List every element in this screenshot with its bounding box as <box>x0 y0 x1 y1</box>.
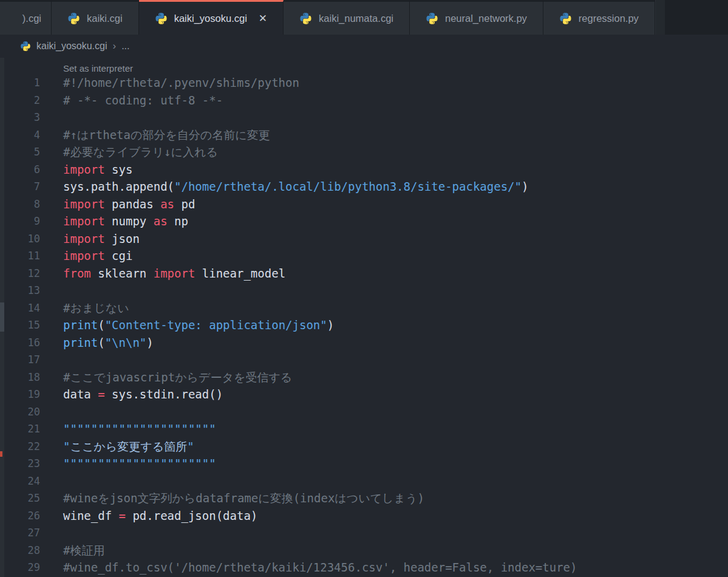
line-number: 9 <box>4 213 40 230</box>
code-text: import json <box>63 230 140 248</box>
code-token: as <box>160 197 174 211</box>
code-text: # -*- coding: utf-8 -*- <box>63 92 223 109</box>
code-token: np <box>168 214 188 228</box>
scrollbar-thumb[interactable] <box>0 302 4 332</box>
code-token: " <box>187 440 194 453</box>
code-text: """""""""""""""""""""" <box>63 455 216 473</box>
code-line[interactable]: 1#!/home/rtheta/.pyenv/shims/python <box>4 74 728 92</box>
code-token: sys <box>105 163 133 176</box>
code-line[interactable]: 18#ここでjavascriptからデータを受信する <box>4 369 728 386</box>
tab-neural_network.py[interactable]: neural_network.py <box>410 0 543 35</box>
code-line[interactable]: 25#wineをjson文字列からdataframeに変換(indexはついてし… <box>4 490 728 507</box>
code-token: #ここでjavascriptからデータを受信する <box>63 370 292 384</box>
code-line[interactable]: 9import numpy as np <box>4 213 728 230</box>
code-token: pandas <box>105 197 161 211</box>
line-number: 7 <box>4 178 40 196</box>
code-text: wine_df = pd.read_json(data) <box>63 507 257 525</box>
code-token: "\n\n" <box>105 336 147 349</box>
code-line[interactable]: 24 <box>4 473 728 490</box>
line-number: 18 <box>4 369 40 386</box>
line-number: 25 <box>4 490 40 507</box>
code-line[interactable]: 8import pandas as pd <box>4 196 728 213</box>
tab-regression.py[interactable]: regression.py <box>543 0 655 35</box>
code-line[interactable]: 28#検証用 <box>4 542 728 559</box>
code-text: #↑はrthetaの部分を自分の名前に変更 <box>63 126 270 144</box>
code-line[interactable]: 14#おまじない <box>4 299 728 317</box>
code-editor[interactable]: Set as interpreter 1#!/home/rtheta/.pyen… <box>4 58 728 577</box>
code-line[interactable]: 2# -*- coding: utf-8 -*- <box>4 92 728 109</box>
code-token: pd.read_json(data) <box>126 509 257 522</box>
code-line[interactable]: 5#必要なライブラリ↓に入れる <box>4 143 728 161</box>
code-line[interactable]: 15print("Content-type: application/json"… <box>4 316 728 334</box>
line-number: 19 <box>4 386 40 403</box>
tab-label: kaiki.cgi <box>87 13 123 24</box>
line-number: 26 <box>4 507 40 525</box>
line-number: 16 <box>4 334 40 352</box>
code-text: #検証用 <box>63 542 104 559</box>
code-token: #!/home/rtheta/.pyenv/shims/python <box>63 76 299 89</box>
tab-bar: ).cgikaiki.cgikaiki_yosoku.cgi✕kaiki_num… <box>0 0 728 35</box>
code-text: """""""""""""""""""""" <box>63 420 216 438</box>
line-number: 10 <box>4 230 40 248</box>
code-token: print <box>63 318 98 332</box>
code-token: import <box>63 214 105 228</box>
line-number: 5 <box>4 143 40 161</box>
code-text: import sys <box>63 161 132 179</box>
code-text: print("\n\n") <box>63 334 154 352</box>
tab-kaiki_yosoku.cgi[interactable]: kaiki_yosoku.cgi✕ <box>139 0 284 35</box>
breadcrumb-more[interactable]: ... <box>121 41 129 52</box>
code-line[interactable]: 26wine_df = pd.read_json(data) <box>4 507 728 525</box>
code-text: import cgi <box>63 247 132 265</box>
code-line[interactable]: 29#wine_df.to_csv('/home/rtheta/kaiki/12… <box>4 559 728 576</box>
code-line[interactable]: 17 <box>4 351 728 369</box>
code-text: data = sys.stdin.read() <box>63 386 223 403</box>
code-text: sys.path.append("/home/rtheta/.local/lib… <box>63 178 528 196</box>
code-line[interactable]: 7sys.path.append("/home/rtheta/.local/li… <box>4 178 728 196</box>
code-token: ( <box>98 336 104 349</box>
tab-label: kaiki_numata.cgi <box>319 13 393 24</box>
breadcrumb-file[interactable]: kaiki_yosoku.cgi <box>36 41 107 52</box>
code-line[interactable]: 11import cgi <box>4 247 728 265</box>
line-number: 27 <box>4 524 40 542</box>
code-line[interactable]: 23"""""""""""""""""""""" <box>4 455 728 473</box>
code-token: """""""""""""""""""""" <box>63 422 216 435</box>
line-number: 8 <box>4 196 40 213</box>
line-number: 4 <box>4 126 40 144</box>
code-token: ) <box>522 180 528 193</box>
code-line[interactable]: 13 <box>4 282 728 299</box>
code-text: print("Content-type: application/json") <box>63 316 334 334</box>
adjacent-scrollbar <box>0 58 4 577</box>
code-line[interactable]: 27 <box>4 524 728 542</box>
code-text: import pandas as pd <box>63 196 195 213</box>
code-line[interactable]: 20 <box>4 403 728 421</box>
error-marker <box>0 451 2 457</box>
code-token: pd <box>174 197 195 211</box>
code-line[interactable]: 6import sys <box>4 161 728 179</box>
tab-).cgi[interactable]: ).cgi <box>0 0 52 35</box>
code-line[interactable]: 21"""""""""""""""""""""" <box>4 420 728 438</box>
codelens-set-interpreter[interactable]: Set as interpreter <box>4 58 728 74</box>
code-line[interactable]: 19data = sys.stdin.read() <box>4 386 728 403</box>
code-line[interactable]: 3 <box>4 109 728 126</box>
line-number: 17 <box>4 351 40 369</box>
tab-overflow-sliver <box>655 0 665 35</box>
close-icon[interactable]: ✕ <box>259 13 267 24</box>
code-token: " <box>63 440 70 453</box>
code-token: ) <box>327 318 334 332</box>
tab-kaiki_numata.cgi[interactable]: kaiki_numata.cgi <box>284 0 410 35</box>
code-token: "/home/rtheta/.local/lib/python3.8/site-… <box>174 180 522 193</box>
code-line[interactable]: 12from sklearn import linear_model <box>4 265 728 282</box>
line-number: 6 <box>4 161 40 179</box>
code-line[interactable]: 10import json <box>4 230 728 248</box>
line-number: 11 <box>4 247 40 265</box>
code-line[interactable]: 4#↑はrthetaの部分を自分の名前に変更 <box>4 126 728 144</box>
code-token: = <box>119 509 126 522</box>
code-text: import numpy as np <box>63 213 188 230</box>
line-number: 22 <box>4 438 40 456</box>
code-line[interactable]: 16print("\n\n") <box>4 334 728 352</box>
code-token: #wineをjson文字列からdataframeに変換(indexはついてしまう… <box>63 491 424 505</box>
code-token: import <box>63 197 105 211</box>
code-line[interactable]: 22"ここから変更する箇所" <box>4 438 728 456</box>
code-token: sys.path.append( <box>63 180 174 193</box>
tab-kaiki.cgi[interactable]: kaiki.cgi <box>52 0 139 35</box>
